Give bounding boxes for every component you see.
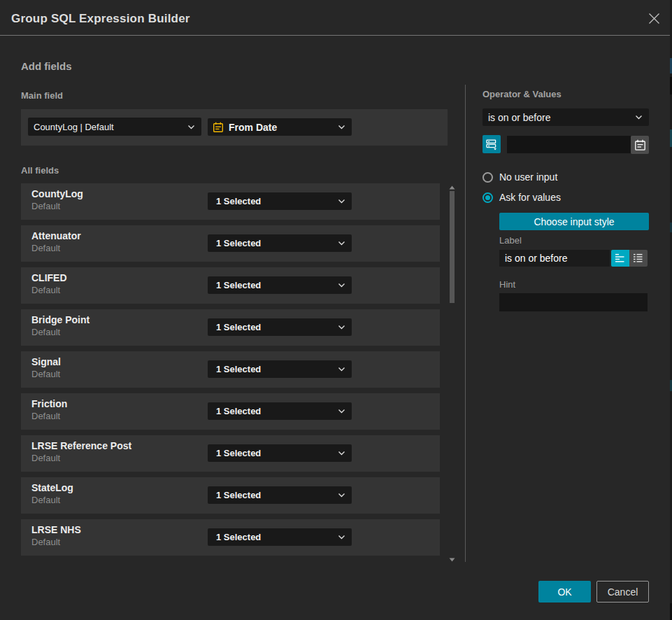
field-subtitle: Default — [31, 410, 60, 422]
field-selected-value: 1 Selected — [216, 364, 338, 374]
radio-ask-for-values-label: Ask for values — [499, 192, 561, 203]
field-subtitle: Default — [31, 494, 60, 506]
chevron-down-icon — [187, 125, 195, 129]
chevron-down-icon — [338, 493, 345, 498]
all-fields-list: CountyLog Default 1 Selected Attenuator … — [21, 183, 440, 561]
hint-label: Hint — [499, 279, 515, 290]
chevron-down-icon — [338, 325, 345, 330]
label-input[interactable] — [499, 250, 610, 267]
field-subtitle: Default — [31, 368, 60, 380]
dialog-title: Group SQL Expression Builder — [11, 12, 190, 26]
radio-ask-for-values[interactable]: Ask for values — [482, 192, 561, 203]
field-name: CLIFED — [31, 272, 67, 284]
field-name: Attenuator — [31, 230, 81, 242]
chevron-down-icon — [338, 283, 345, 288]
single-line-style-button[interactable] — [611, 250, 629, 267]
hint-input[interactable] — [499, 293, 648, 311]
radio-selected-icon — [482, 192, 493, 203]
field-name: LRSE NHS — [31, 524, 81, 536]
radio-no-user-input[interactable]: No user input — [482, 171, 557, 183]
choose-input-style-button[interactable]: Choose input style — [499, 213, 649, 230]
field-row: CLIFED Default 1 Selected — [21, 267, 440, 304]
cancel-button[interactable]: Cancel — [596, 581, 649, 603]
field-row: LRSE NHS Default 1 Selected — [21, 519, 440, 556]
chevron-down-icon — [338, 241, 345, 246]
field-selected-value: 1 Selected — [216, 238, 338, 248]
add-fields-heading: Add fields — [21, 60, 72, 72]
field-name: Friction — [31, 398, 67, 410]
date-field-icon — [213, 122, 224, 133]
field-selected-dropdown[interactable]: 1 Selected — [208, 528, 352, 546]
chevron-down-icon — [338, 125, 345, 129]
align-left-icon — [615, 253, 626, 263]
field-selected-dropdown[interactable]: 1 Selected — [208, 402, 352, 420]
field-subtitle: Default — [31, 200, 60, 212]
main-field-panel: CountyLog | Default From Date — [21, 109, 448, 146]
chevron-down-icon — [338, 409, 345, 414]
field-selected-value: 1 Selected — [216, 532, 338, 542]
field-selected-value: 1 Selected — [216, 280, 338, 290]
field-row: LRSE Reference Post Default 1 Selected — [21, 435, 440, 472]
field-subtitle: Default — [31, 284, 60, 296]
field-selected-value: 1 Selected — [216, 406, 338, 416]
field-row: Friction Default 1 Selected — [21, 393, 440, 430]
ok-button[interactable]: OK — [538, 581, 591, 603]
field-row: StateLog Default 1 Selected — [21, 477, 440, 514]
all-fields-label: All fields — [21, 165, 59, 176]
field-subtitle: Default — [31, 326, 60, 338]
list-style-button[interactable] — [629, 250, 648, 267]
field-name: LRSE Reference Post — [31, 440, 131, 452]
field-subtitle: Default — [31, 242, 60, 254]
field-name: Bridge Point — [31, 314, 90, 326]
field-selected-value: 1 Selected — [216, 196, 338, 206]
operator-dropdown[interactable]: is on or before — [482, 108, 649, 126]
dialog-header: Group SQL Expression Builder — [0, 0, 670, 36]
chevron-down-icon — [338, 535, 345, 540]
field-name: Signal — [31, 356, 61, 368]
value-input[interactable] — [507, 136, 631, 153]
field-selected-dropdown[interactable]: 1 Selected — [208, 444, 352, 462]
field-selected-dropdown[interactable]: 1 Selected — [208, 360, 352, 378]
field-selected-dropdown[interactable]: 1 Selected — [208, 276, 352, 294]
chevron-down-icon — [338, 199, 345, 204]
field-selected-dropdown[interactable]: 1 Selected — [208, 318, 352, 336]
field-subtitle: Default — [31, 452, 60, 464]
layer-dropdown-value: CountyLog | Default — [34, 122, 187, 132]
chevron-down-icon — [338, 367, 345, 372]
chevron-down-icon — [635, 115, 643, 120]
list-scrollbar[interactable] — [450, 183, 455, 564]
radio-unselected-icon — [482, 172, 493, 183]
unique-values-button[interactable] — [482, 135, 501, 153]
label-label: Label — [499, 235, 522, 246]
panel-divider — [465, 85, 466, 562]
scrollbar-thumb[interactable] — [450, 191, 455, 303]
close-icon — [647, 11, 662, 26]
operator-dropdown-value: is on or before — [488, 112, 635, 123]
chevron-down-icon — [338, 451, 345, 456]
field-name: CountyLog — [31, 188, 83, 200]
calendar-icon — [634, 139, 646, 151]
field-name: StateLog — [31, 482, 73, 494]
field-selected-value: 1 Selected — [216, 490, 338, 500]
field-selected-dropdown[interactable]: 1 Selected — [208, 234, 352, 252]
main-field-dropdown-value: From Date — [229, 122, 338, 133]
field-row: Signal Default 1 Selected — [21, 351, 440, 388]
field-selected-value: 1 Selected — [216, 448, 338, 458]
field-row: Bridge Point Default 1 Selected — [21, 309, 440, 346]
main-field-dropdown[interactable]: From Date — [208, 118, 352, 136]
layer-dropdown[interactable]: CountyLog | Default — [28, 118, 201, 136]
list-icon — [633, 253, 644, 263]
operator-values-label: Operator & Values — [482, 89, 562, 99]
field-row: Attenuator Default 1 Selected — [21, 225, 440, 262]
field-row: CountyLog Default 1 Selected — [21, 183, 440, 220]
radio-no-user-input-label: No user input — [499, 171, 557, 183]
unique-values-icon — [485, 138, 498, 150]
field-selected-dropdown[interactable]: 1 Selected — [208, 486, 352, 504]
main-field-label: Main field — [21, 90, 63, 101]
close-button[interactable] — [647, 11, 662, 26]
date-picker-button[interactable] — [631, 136, 649, 154]
scroll-down-icon[interactable] — [449, 558, 455, 562]
field-selected-dropdown[interactable]: 1 Selected — [208, 192, 352, 210]
scroll-up-icon[interactable] — [449, 185, 455, 190]
field-selected-value: 1 Selected — [216, 322, 338, 332]
